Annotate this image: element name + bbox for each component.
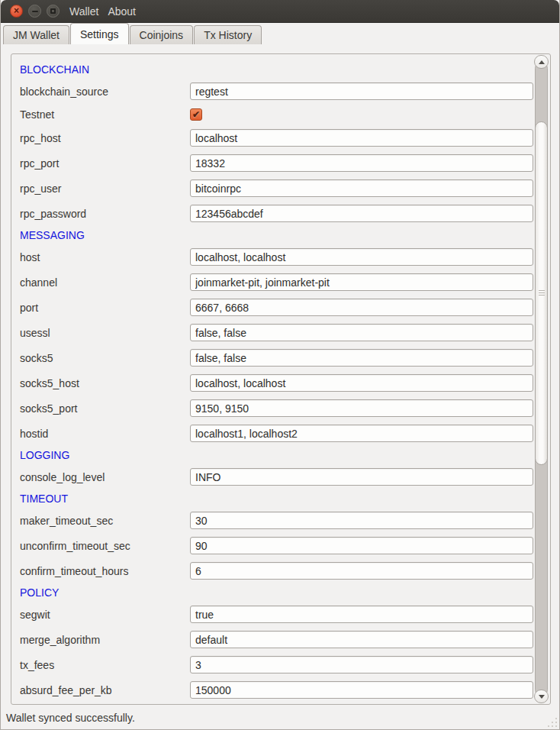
field-label: rpc_password xyxy=(20,208,190,220)
field-input-segwit[interactable] xyxy=(190,606,533,623)
field-label: socks5_host xyxy=(20,377,190,389)
close-button[interactable]: × xyxy=(10,5,23,18)
field-input-socks5[interactable] xyxy=(190,349,533,367)
field-input-channel[interactable] xyxy=(190,273,533,291)
section-header-blockchain: BLOCKCHAIN xyxy=(20,60,534,79)
setting-row: rpc_password xyxy=(20,201,534,226)
minimize-icon xyxy=(32,11,38,12)
field-input-host[interactable] xyxy=(190,248,533,266)
maximize-button[interactable] xyxy=(47,5,60,18)
field-label: socks5_port xyxy=(20,402,190,415)
setting-row: merge_algorithm xyxy=(20,627,534,652)
field-label: confirm_timeout_hours xyxy=(20,565,190,577)
menu-wallet[interactable]: Wallet xyxy=(65,0,103,22)
maximize-icon xyxy=(50,8,56,14)
field-label: port xyxy=(20,302,190,314)
setting-row: host xyxy=(20,244,534,270)
tab-bar: JM Wallet Settings Coinjoins Tx History xyxy=(1,23,559,44)
field-input-absurd_fee_per_kb[interactable] xyxy=(190,681,533,699)
field-label: rpc_port xyxy=(20,157,190,170)
field-label: socks5 xyxy=(20,352,190,364)
field-input-confirm_timeout_hours[interactable] xyxy=(190,562,533,580)
section-header-label: BLOCKCHAIN xyxy=(20,63,89,76)
field-label: blockchain_source xyxy=(20,86,190,98)
app-window: × Wallet About JM Wallet Settings Coinjo… xyxy=(0,0,560,730)
setting-row: rpc_user xyxy=(20,176,534,201)
field-input-rpc_user[interactable] xyxy=(190,179,533,197)
section-header-label: MESSAGING xyxy=(20,229,85,241)
close-icon: × xyxy=(14,6,19,15)
setting-row: unconfirm_timeout_sec xyxy=(20,533,534,558)
field-label: maker_timeout_sec xyxy=(20,515,190,527)
tab-tx-history[interactable]: Tx History xyxy=(194,25,262,44)
field-label: rpc_host xyxy=(20,132,190,144)
field-input-usessl[interactable] xyxy=(190,324,533,341)
scroll-up-button[interactable] xyxy=(534,55,549,69)
field-input-blockchain_source[interactable] xyxy=(190,82,533,100)
field-label: tx_fees xyxy=(20,659,190,671)
field-label: segwit xyxy=(20,609,190,621)
field-input-tx_fees[interactable] xyxy=(190,656,533,673)
field-label: rpc_user xyxy=(20,182,190,195)
field-input-unconfirm_timeout_sec[interactable] xyxy=(190,537,533,554)
field-input-socks5_port[interactable] xyxy=(190,399,533,417)
setting-row: segwit xyxy=(20,602,534,627)
menu-about[interactable]: About xyxy=(103,0,140,22)
setting-row: Testnet✔ xyxy=(20,104,534,125)
field-input-console_log_level[interactable] xyxy=(190,468,533,486)
field-input-merge_algorithm[interactable] xyxy=(190,631,533,648)
settings-scroll-area: BLOCKCHAINblockchain_sourceTestnet✔rpc_h… xyxy=(11,53,551,705)
minimize-button[interactable] xyxy=(28,5,41,18)
setting-row: port xyxy=(20,295,534,320)
settings-form: BLOCKCHAINblockchain_sourceTestnet✔rpc_h… xyxy=(11,54,534,704)
field-label: merge_algorithm xyxy=(20,634,190,646)
field-label: channel xyxy=(20,276,190,289)
section-header-timeout: TIMEOUT xyxy=(20,489,534,508)
scrollbar-grip-icon xyxy=(539,290,545,296)
field-input-rpc_password[interactable] xyxy=(190,205,533,222)
field-label: absurd_fee_per_kb xyxy=(20,684,190,696)
tab-jm-wallet[interactable]: JM Wallet xyxy=(3,25,69,44)
setting-row: rpc_port xyxy=(20,150,534,176)
setting-row: channel xyxy=(20,270,534,295)
status-bar: Wallet synced successfully. xyxy=(1,706,559,729)
setting-row: absurd_fee_per_kb xyxy=(20,677,534,703)
field-label: console_log_level xyxy=(20,471,190,483)
setting-row: blockchain_source xyxy=(20,79,534,104)
field-input-rpc_host[interactable] xyxy=(190,129,533,147)
setting-row: tx_fees xyxy=(20,652,534,677)
tab-settings[interactable]: Settings xyxy=(70,23,129,44)
vertical-scrollbar[interactable] xyxy=(534,55,549,703)
setting-row: console_log_level xyxy=(20,464,534,489)
scroll-down-button[interactable] xyxy=(534,690,549,703)
field-input-rpc_port[interactable] xyxy=(190,154,533,172)
field-label: hostid xyxy=(20,428,190,440)
titlebar: × Wallet About xyxy=(1,0,559,23)
field-label: usessl xyxy=(20,327,190,339)
status-text: Wallet synced successfully. xyxy=(6,712,135,724)
resize-grip[interactable] xyxy=(546,716,557,727)
section-header-label: LOGGING xyxy=(20,449,69,461)
setting-row: usessl xyxy=(20,320,534,345)
field-label: host xyxy=(20,251,190,263)
setting-row: hostid xyxy=(20,421,534,446)
scrollbar-thumb[interactable] xyxy=(535,121,548,465)
setting-row: rpc_host xyxy=(20,125,534,150)
field-input-hostid[interactable] xyxy=(190,425,533,442)
field-label: Testnet xyxy=(20,108,190,121)
field-input-socks5_host[interactable] xyxy=(190,374,533,392)
checkmark-icon: ✔ xyxy=(192,110,200,119)
field-input-maker_timeout_sec[interactable] xyxy=(190,512,533,529)
setting-row: confirm_timeout_hours xyxy=(20,558,534,583)
section-header-label: POLICY xyxy=(20,586,59,599)
section-header-messaging: MESSAGING xyxy=(20,226,534,244)
tab-coinjoins[interactable]: Coinjoins xyxy=(130,25,194,44)
arrow-down-icon xyxy=(539,695,545,699)
setting-row: socks5_host xyxy=(20,370,534,396)
setting-row: socks5_port xyxy=(20,396,534,421)
field-input-port[interactable] xyxy=(190,299,533,316)
section-header-logging: LOGGING xyxy=(20,446,534,464)
testnet-checkbox[interactable]: ✔ xyxy=(190,108,202,121)
arrow-up-icon xyxy=(539,60,545,64)
scrollbar-track[interactable] xyxy=(535,62,548,696)
